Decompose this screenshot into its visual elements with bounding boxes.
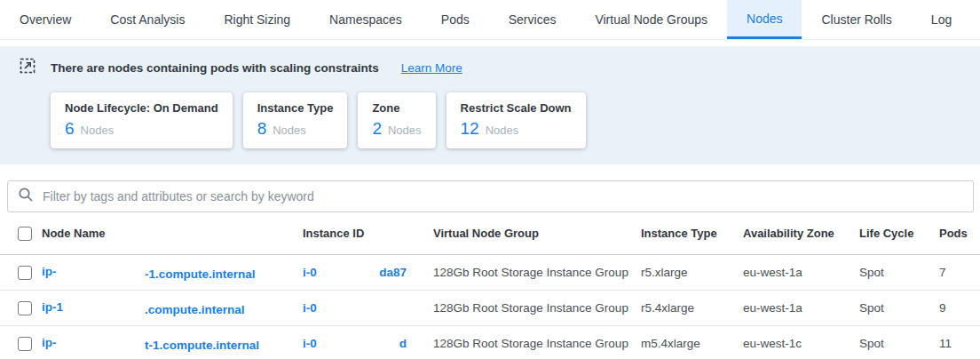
card-unit: Nodes <box>81 124 115 137</box>
filter-input[interactable] <box>43 189 963 203</box>
column-header-pods: Pods <box>939 227 980 240</box>
life-cycle-cell: Spot <box>859 301 939 315</box>
table-row: ip-1.compute.internal i-0 128Gb Root Sto… <box>0 291 980 326</box>
card-count: 8 <box>257 119 267 139</box>
tab-cluster-rolls[interactable]: Cluster Rolls <box>802 0 911 39</box>
virtual-node-group-cell: 128Gb Root Storage Instance Group <box>433 337 641 350</box>
column-header-life-cycle: Life Cycle <box>859 227 939 240</box>
node-name-link[interactable]: ip--1.compute.internal <box>42 265 303 281</box>
card-count: 12 <box>461 119 479 139</box>
column-header-instance-type: Instance Type <box>641 227 743 240</box>
instance-type-cell: r5.xlarge <box>641 266 743 279</box>
pods-cell: 7 <box>939 266 980 279</box>
card-node-lifecycle[interactable]: Node Lifecycle: On Demand 6 Nodes <box>51 92 233 148</box>
card-title: Node Lifecycle: On Demand <box>65 101 218 115</box>
table-row: ip--1.compute.internal i-0da87 128Gb Roo… <box>0 255 980 291</box>
scaling-constraints-banner: There are nodes containing pods with sca… <box>0 46 980 164</box>
card-zone[interactable]: Zone 2 Nodes <box>358 92 435 148</box>
column-header-instance-id: Instance ID <box>303 227 433 240</box>
card-count: 6 <box>65 119 75 139</box>
card-unit: Nodes <box>486 124 519 137</box>
virtual-node-group-cell: 128Gb Root Storage Instance Group <box>433 266 641 279</box>
row-checkbox[interactable] <box>18 266 32 280</box>
column-header-node-name: Node Name <box>42 227 303 240</box>
card-count: 2 <box>372 119 382 139</box>
table-row: ip-t-1.compute.internal i-0d 128Gb Root … <box>0 326 980 359</box>
learn-more-link[interactable]: Learn More <box>401 61 462 75</box>
tab-right-sizing[interactable]: Right Sizing <box>204 0 310 39</box>
instance-id-link[interactable]: i-0 <box>303 301 407 315</box>
banner-message: There are nodes containing pods with sca… <box>51 61 379 75</box>
row-checkbox[interactable] <box>18 301 32 315</box>
card-instance-type[interactable]: Instance Type 8 Nodes <box>243 92 348 148</box>
tab-pods[interactable]: Pods <box>422 0 489 39</box>
scaling-constraint-icon <box>20 58 36 77</box>
node-name-link[interactable]: ip-1.compute.internal <box>42 300 303 316</box>
availability-zone-cell: eu-west-1a <box>743 301 859 315</box>
nodes-table: Node Name Instance ID Virtual Node Group… <box>0 212 980 359</box>
card-title: Instance Type <box>257 101 334 115</box>
select-all-checkbox[interactable] <box>18 227 32 241</box>
card-unit: Nodes <box>273 124 306 137</box>
pods-cell: 9 <box>939 301 980 315</box>
card-restrict-scale-down[interactable]: Restrict Scale Down 12 Nodes <box>447 92 586 148</box>
card-unit: Nodes <box>388 124 422 137</box>
tab-bar: Overview Cost Analysis Right Sizing Name… <box>0 0 980 40</box>
tab-nodes[interactable]: Nodes <box>727 0 802 39</box>
availability-zone-cell: eu-west-1c <box>743 337 859 350</box>
life-cycle-cell: Spot <box>859 266 939 279</box>
card-title: Restrict Scale Down <box>461 101 572 115</box>
column-header-availability-zone: Availability Zone <box>743 227 859 240</box>
pods-cell: 11 <box>939 337 980 350</box>
tab-virtual-node-groups[interactable]: Virtual Node Groups <box>575 0 727 39</box>
table-header-row: Node Name Instance ID Virtual Node Group… <box>0 212 980 255</box>
column-header-virtual-node-group: Virtual Node Group <box>433 227 641 240</box>
instance-id-link[interactable]: i-0da87 <box>303 266 407 279</box>
instance-type-cell: m5.4xlarge <box>641 337 743 350</box>
row-checkbox[interactable] <box>18 337 32 351</box>
instance-type-cell: r5.4xlarge <box>641 301 743 315</box>
tab-log[interactable]: Log <box>912 0 971 39</box>
tab-namespaces[interactable]: Namespaces <box>310 0 422 39</box>
tab-cost-analysis[interactable]: Cost Analysis <box>91 0 204 39</box>
filter-bar <box>7 180 974 212</box>
card-title: Zone <box>372 101 421 115</box>
search-icon <box>18 187 34 206</box>
instance-id-link[interactable]: i-0d <box>303 337 407 350</box>
life-cycle-cell: Spot <box>859 337 939 350</box>
availability-zone-cell: eu-west-1a <box>743 266 859 279</box>
node-name-link[interactable]: ip-t-1.compute.internal <box>42 336 303 352</box>
virtual-node-group-cell: 128Gb Root Storage Instance Group <box>433 301 641 315</box>
tab-overview[interactable]: Overview <box>0 0 91 39</box>
constraint-cards: Node Lifecycle: On Demand 6 Nodes Instan… <box>51 92 960 148</box>
tab-services[interactable]: Services <box>489 0 576 39</box>
